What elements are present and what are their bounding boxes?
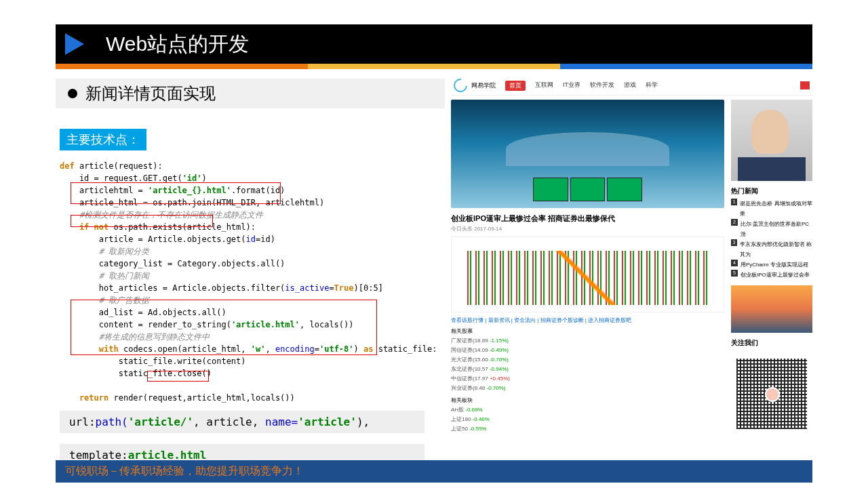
site-logo-icon [451, 76, 470, 95]
hot-news-list: 1谢基恩先击桥 再增加成项对苹果2比尔·盖茨主创的世界首款PC游3李京东发内部优… [731, 199, 812, 280]
slide-title: Web站点的开发 [106, 30, 249, 58]
site-brand: 网易学院 [471, 81, 496, 90]
nav-item: 软件开发 [590, 81, 614, 91]
article-title: 创业板IPO逼审上最惨过会率 招商证券出最惨保代 [451, 214, 724, 224]
stock-row: AH股 -0.69% [451, 405, 724, 415]
nav-item: 互联网 [535, 81, 553, 91]
stock-row: 上证180 -0.46% [451, 415, 724, 424]
stock-row: 广发证券(18.89 -1.15%) [451, 336, 724, 346]
stock-row: 东北证券(10.57 -0.94%) [451, 365, 724, 374]
follow-title: 关注我们 [731, 338, 812, 348]
nav-item: 科学 [646, 81, 658, 91]
site-nav: 首页互联网IT业界软件开发游戏科学 [505, 81, 658, 91]
tech-tag: 主要技术点： [60, 129, 146, 150]
search-icon [800, 81, 810, 89]
stock-row: 上证50 -0.55% [451, 424, 724, 434]
bullet-icon [68, 89, 77, 98]
stock-chart [451, 237, 724, 312]
subtitle: 新闻详情页面实现 [56, 79, 445, 108]
list-item: 3李京东发内部优化级新智者 称其为 [731, 239, 812, 260]
article-meta: 今日头条 2017-09-14 [451, 225, 724, 232]
list-item: 1谢基恩先击桥 再增加成项对苹果 [731, 199, 812, 219]
related-stocks: 相关股票 广发证券(18.89 -1.15%)国信证券(14.09 -0.49%… [451, 327, 724, 434]
highlight-box-4 [147, 371, 209, 382]
highlight-box-2 [71, 215, 213, 227]
play-icon [65, 33, 84, 55]
highlight-box-1 [71, 182, 281, 204]
qr-code [731, 353, 812, 434]
hot-news-title: 热门新闻 [731, 186, 812, 196]
portrait-image [731, 100, 812, 181]
highlight-box-3 [71, 300, 377, 355]
sunset-image [731, 285, 812, 333]
stock-row: 光大证券(15.60 -0.70%) [451, 355, 724, 365]
chart-links: 查看该股行情 | 最新资讯 | 资金流向 | 招商证券个股诊断 | 进入招商证券… [451, 317, 724, 324]
webpage-preview: 网易学院 首页互联网IT业界软件开发游戏科学 创业板IPO逼审上最惨过会率 招商… [451, 76, 812, 461]
stock-row: 兴业证券(8.48 -0.70%) [451, 384, 724, 393]
url-row: url:path('article/', article, name='arti… [60, 411, 425, 433]
list-item: 2比尔·盖茨主创的世界首款PC游 [731, 219, 812, 239]
nav-item: 首页 [505, 81, 526, 91]
stock-row: 中信证券(17.97 +0.45%) [451, 374, 724, 384]
hero-image [451, 100, 724, 208]
list-item: 4用PyCharm 专业版实现远程 [731, 260, 812, 270]
footer: 可锐职场－传承职场经验，助您提升职场竞争力！ [56, 460, 812, 483]
list-item: 5创业板IPO逼审上最惨过会率 [731, 270, 812, 280]
nav-item: 游戏 [624, 81, 636, 91]
title-bar: Web站点的开发 [56, 24, 812, 64]
nav-item: IT业界 [563, 81, 580, 91]
stock-row: 国信证券(14.09 -0.49%) [451, 346, 724, 355]
accent-bar [56, 64, 812, 69]
